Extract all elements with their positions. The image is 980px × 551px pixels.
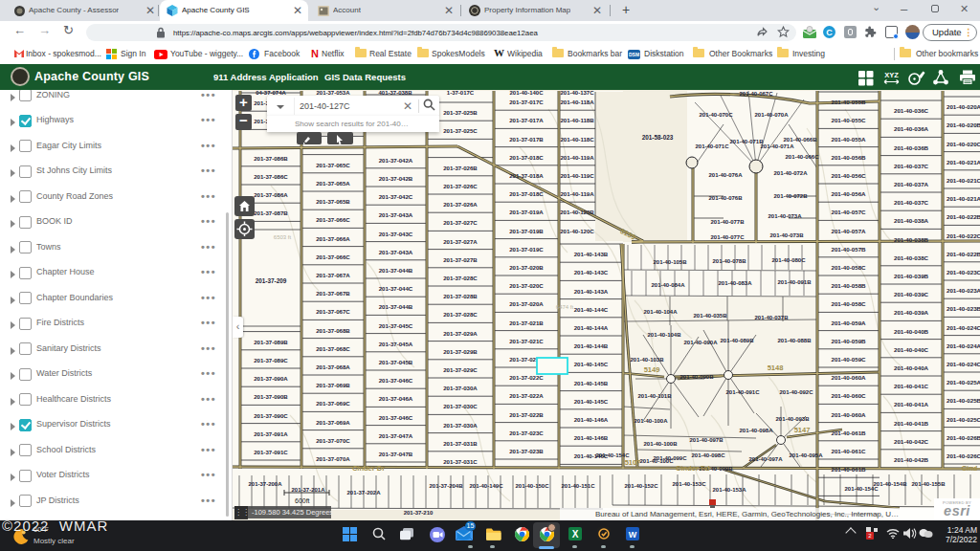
svg-text:201-40-071B: 201-40-071B (729, 139, 764, 144)
svg-text:201-37-086A: 201-37-086A (254, 191, 288, 198)
svg-text:201-40-071C: 201-40-071C (695, 143, 729, 149)
svg-text:201-37-023B: 201-37-023B (509, 448, 544, 454)
svg-text:201-37-069B: 201-37-069B (316, 382, 350, 388)
svg-text:6503 ft: 6503 ft (274, 234, 292, 240)
svg-text:201-40-088B: 201-40-088B (777, 338, 812, 343)
svg-text:201-40-042C: 201-40-042C (894, 438, 929, 445)
svg-text:201-37-091A: 201-37-091A (254, 430, 288, 437)
svg-text:201-37-018C: 201-37-018C (509, 154, 544, 161)
svg-text:201-40-037A: 201-40-037A (894, 181, 929, 187)
svg-text:5149: 5149 (644, 365, 660, 374)
svg-text:201-37-046C: 201-37-046C (379, 414, 413, 421)
svg-text:201-37-029B: 201-37-029B (443, 348, 478, 355)
svg-text:201-40-154B: 201-40-154B (873, 481, 907, 487)
svg-text:201-40-023C: 201-40-023C (947, 269, 980, 276)
svg-text:5148: 5148 (768, 364, 784, 372)
svg-text:201-40-097A: 201-40-097A (748, 456, 783, 462)
svg-text:201-40-040B: 201-40-040B (894, 328, 929, 335)
svg-text:201-40-144A: 201-40-144A (574, 324, 609, 331)
svg-text:201-37-069A: 201-37-069A (316, 419, 350, 426)
svg-text:201-40-095A: 201-40-095A (789, 452, 823, 458)
svg-text:201-40-026B: 201-40-026B (947, 434, 980, 441)
svg-text:201-40-041A: 201-40-041A (894, 401, 929, 408)
svg-text:201-40-042B: 201-40-042B (894, 456, 929, 463)
svg-text:201-37-019B: 201-37-019B (509, 228, 544, 234)
svg-text:201-37-089B: 201-37-089B (254, 339, 288, 345)
svg-text:201-40-098C: 201-40-098C (691, 452, 725, 458)
svg-text:201-37-029C: 201-37-029C (443, 366, 478, 373)
svg-text:201-40-021A: 201-40-021A (947, 159, 980, 165)
svg-text:201-37-200A: 201-37-200A (248, 481, 282, 487)
svg-text:201-40-084A: 201-40-084A (651, 282, 685, 288)
svg-text:201-37-030A: 201-37-030A (443, 422, 478, 429)
svg-text:201-40-118B: 201-40-118B (560, 117, 594, 123)
svg-text:201-37-022A: 201-37-022A (509, 392, 544, 399)
svg-text:201-40-055A: 201-40-055A (831, 136, 866, 143)
svg-text:201-40-036B: 201-40-036B (894, 144, 929, 151)
svg-text:201-40-067C: 201-40-067C (739, 91, 773, 97)
svg-text:201-40-143A: 201-40-143A (574, 288, 609, 295)
svg-text:Cinder Dr: Cinder Dr (352, 464, 385, 473)
svg-text:201-37-068A: 201-37-068A (316, 364, 350, 370)
svg-text:201-37-046A: 201-37-046A (379, 395, 413, 402)
svg-text:201-40-119C: 201-40-119C (560, 172, 594, 179)
svg-text:201-40-026C: 201-40-026C (947, 452, 980, 459)
svg-text:201-37-028B: 201-37-028B (443, 293, 478, 299)
svg-text:201-37-018A: 201-37-018A (509, 172, 544, 179)
svg-text:201-37-086C: 201-37-086C (254, 173, 288, 180)
svg-text:201-40-056A: 201-40-056A (831, 190, 866, 197)
svg-text:201-37-089C: 201-37-089C (254, 357, 288, 364)
svg-text:201-37-027C: 201-37-027C (443, 219, 478, 226)
svg-text:201-40-025B: 201-40-025B (947, 397, 980, 404)
svg-text:201-40-153A: 201-40-153A (712, 487, 746, 493)
svg-text:201-40-118A: 201-40-118A (560, 99, 594, 105)
svg-text:201-40-022C: 201-40-022C (947, 232, 980, 239)
svg-text:201-40-100A: 201-40-100A (634, 418, 668, 424)
svg-text:201-37-018C: 201-37-018C (509, 190, 544, 197)
svg-text:201-40-070A: 201-40-070A (754, 112, 789, 118)
svg-text:201-37-047A: 201-37-047A (379, 432, 413, 439)
svg-text:201-37-090C: 201-37-090C (254, 412, 288, 419)
svg-text:201-40-100B: 201-40-100B (643, 441, 678, 447)
svg-text:201-37-017C: 201-37-017C (509, 99, 544, 105)
svg-text:201-40-041B: 201-40-041B (894, 420, 929, 427)
svg-text:201-40-059A: 201-40-059A (831, 320, 866, 326)
svg-text:201-37-019C: 201-37-019C (509, 246, 544, 253)
svg-text:201-40-058C: 201-40-058C (831, 300, 866, 307)
svg-text:201-40-143C: 201-40-143C (574, 269, 609, 276)
svg-text:201-37-019A: 201-37-019A (509, 209, 544, 215)
svg-text:201-40-039C: 201-40-039C (894, 291, 929, 298)
svg-text:201-40-137C: 201-40-137C (560, 90, 594, 96)
svg-text:XYZ: XYZ (884, 71, 899, 79)
svg-text:201-37-044B: 201-37-044B (379, 303, 413, 310)
svg-text:201-40-020C: 201-40-020C (947, 141, 980, 147)
svg-text:201-40-090A: 201-40-090A (683, 340, 718, 345)
svg-text:201-40-101B: 201-40-101B (637, 393, 672, 399)
svg-text:201-37-027B: 201-37-027B (443, 256, 478, 263)
svg-text:201-37-067A: 201-37-067A (316, 272, 350, 278)
svg-text:Cind: Cind (962, 464, 978, 473)
svg-text:201-40-038C: 201-40-038C (894, 254, 929, 261)
svg-text:201-37-017B: 201-37-017B (509, 136, 544, 143)
svg-text:201-40-076A: 201-40-076A (708, 172, 743, 178)
svg-text:201-40-022B: 201-40-022B (947, 213, 980, 220)
svg-text:201-40-093B: 201-40-093B (775, 416, 810, 422)
svg-text:201-37-065C: 201-37-065C (316, 162, 350, 168)
svg-text:201-40-061B: 201-40-061B (831, 430, 866, 436)
svg-text:201-40-021C: 201-40-021C (947, 177, 980, 184)
svg-text:201-40-041C: 201-40-041C (894, 383, 929, 389)
svg-text:201-37-070C: 201-37-070C (316, 437, 350, 444)
svg-text:201-40-071A: 201-40-071A (760, 143, 794, 149)
svg-text:201-40-140C: 201-40-140C (509, 90, 544, 96)
svg-text:201-40-037C: 201-40-037C (894, 199, 929, 206)
svg-text:201-37-017A: 201-37-017A (509, 117, 544, 123)
svg-text:201-40-035B: 201-40-035B (693, 313, 727, 319)
svg-text:201-37-042B: 201-37-042B (379, 175, 413, 182)
svg-text:201-58-023: 201-58-023 (642, 134, 674, 141)
svg-text:201-40-072B: 201-40-072B (773, 193, 808, 199)
svg-text:201-37-086B: 201-37-086B (254, 155, 288, 162)
svg-text:201-40-092C: 201-40-092C (779, 389, 813, 395)
svg-text:201-40-078B: 201-40-078B (712, 258, 746, 264)
svg-text:201-40-038B: 201-40-038B (894, 236, 929, 243)
svg-text:201-37-030A: 201-37-030A (443, 385, 478, 391)
